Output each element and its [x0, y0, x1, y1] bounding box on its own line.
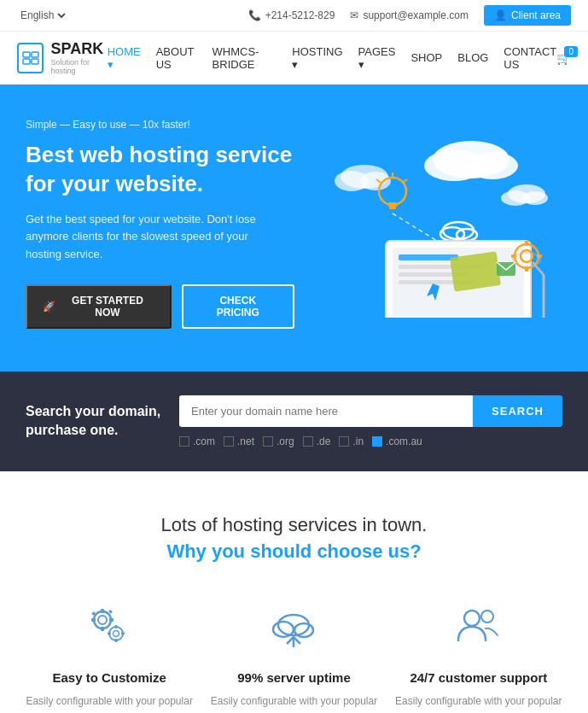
- hero-title: Best web hosting service for your websit…: [26, 141, 294, 199]
- rocket-icon: 🚀: [43, 301, 55, 313]
- domain-label: Search your domain, purchase one.: [26, 402, 162, 441]
- tld-comau-label: .com.au: [386, 435, 422, 447]
- cart-badge: 0: [564, 46, 578, 57]
- tld-org: .org: [263, 435, 294, 447]
- feature-uptime-icon-wrap: [264, 597, 323, 657]
- client-area-label: Client area: [511, 9, 561, 21]
- feature-support-desc: Easily configurable with your popular CM…: [395, 693, 562, 713]
- svg-rect-30: [450, 251, 501, 291]
- domain-search-section: Search your domain, purchase one. SEARCH…: [0, 371, 588, 471]
- tld-in-label: .in: [352, 435, 364, 447]
- email-info: ✉ support@example.com: [350, 9, 469, 21]
- svg-rect-0: [23, 52, 30, 57]
- svg-point-22: [457, 229, 477, 241]
- svg-rect-49: [91, 618, 96, 622]
- tld-org-label: .org: [277, 435, 294, 447]
- feature-customize-title: Easy to Customize: [26, 670, 193, 685]
- nav-whmcs[interactable]: WHMCS-BRIDGE: [212, 45, 277, 71]
- feature-uptime-desc: Easily configurable with your popular CM…: [210, 693, 377, 713]
- top-bar: English 📞 +214-5212-829 ✉ support@exampl…: [0, 0, 588, 32]
- svg-point-9: [360, 172, 391, 190]
- svg-point-53: [109, 627, 123, 640]
- features-subtitle-text: Why you should: [166, 541, 317, 562]
- nav-contact[interactable]: CONTACT US: [504, 45, 556, 71]
- domain-inner: Search your domain, purchase one. SEARCH…: [26, 395, 562, 447]
- tld-comau-checkbox[interactable]: [372, 436, 382, 447]
- svg-rect-36: [525, 241, 528, 246]
- tld-org-checkbox[interactable]: [263, 436, 273, 447]
- nav-blog[interactable]: BLOG: [457, 51, 488, 64]
- nav-hosting[interactable]: HOSTING ▾: [292, 45, 342, 71]
- svg-rect-50: [109, 618, 114, 622]
- client-area-button[interactable]: 👤 Client area: [484, 5, 571, 26]
- features-grid: Easy to Customize Easily configurable wi…: [26, 597, 562, 713]
- svg-point-13: [379, 178, 406, 205]
- phone-icon: 📞: [248, 9, 261, 21]
- feature-support-title: 24/7 customer support: [395, 670, 562, 685]
- user-icon: 👤: [494, 9, 507, 21]
- svg-rect-2: [23, 59, 30, 64]
- domain-tlds: .com .net .org .de .in: [179, 435, 562, 447]
- domain-search-button[interactable]: SEARCH: [473, 395, 562, 427]
- features-subtitle-highlight: choose us?: [317, 541, 421, 562]
- svg-rect-14: [388, 202, 397, 207]
- svg-rect-55: [115, 625, 118, 628]
- tld-comau: .com.au: [372, 435, 422, 447]
- domain-input[interactable]: [179, 395, 473, 427]
- logo-name: SPARK: [50, 40, 103, 57]
- check-pricing-button[interactable]: CHECK PRICING: [182, 284, 294, 329]
- cloud-upload-icon: [268, 601, 319, 652]
- domain-form: SEARCH .com .net .org .de: [179, 395, 562, 447]
- tld-de-checkbox[interactable]: [303, 436, 313, 447]
- tld-net-checkbox[interactable]: [224, 436, 234, 447]
- svg-rect-56: [115, 639, 118, 642]
- email-icon: ✉: [350, 9, 358, 21]
- email-address: support@example.com: [363, 9, 469, 21]
- svg-line-19: [393, 213, 437, 241]
- nav-icons: 🛒 0: [556, 51, 571, 65]
- language-selector[interactable]: English: [17, 9, 68, 22]
- logo-icon: [17, 43, 44, 73]
- nav-home[interactable]: HOME ▾: [108, 45, 141, 71]
- get-started-label: GET STARTED NOW: [61, 295, 154, 319]
- gears-icon: [84, 601, 135, 652]
- language-select[interactable]: English: [17, 9, 68, 22]
- logo[interactable]: SPARK Solution for hosting: [17, 40, 108, 75]
- nav-pages[interactable]: PAGES ▾: [358, 45, 396, 71]
- feature-uptime: 99% server uptime Easily configurable wi…: [210, 597, 377, 713]
- feature-customize-desc: Easily configurable with your popular CM…: [26, 693, 193, 713]
- svg-point-63: [464, 611, 480, 626]
- feature-support-icon-wrap: [449, 597, 509, 657]
- nav-about[interactable]: ABOUT US: [156, 45, 197, 71]
- svg-point-54: [114, 630, 119, 636]
- tld-com-checkbox[interactable]: [179, 436, 189, 447]
- check-pricing-label: CHECK PRICING: [217, 295, 259, 319]
- tld-de: .de: [303, 435, 331, 447]
- tld-de-label: .de: [317, 435, 331, 447]
- svg-point-61: [294, 623, 313, 637]
- svg-rect-3: [32, 59, 38, 64]
- tld-in-checkbox[interactable]: [339, 436, 349, 447]
- hero-tagline: Simple — Easy to use — 10x faster!: [26, 119, 294, 131]
- svg-point-60: [273, 622, 294, 637]
- hero-svg: [300, 130, 556, 318]
- features-title: Lots of hosting services in town.: [26, 514, 562, 536]
- feature-customize-icon-wrap: [79, 597, 139, 657]
- cart-button[interactable]: 🛒 0: [556, 51, 571, 65]
- svg-rect-1: [32, 52, 38, 57]
- tld-com-label: .com: [193, 435, 215, 447]
- nav-shop[interactable]: SHOP: [410, 51, 442, 64]
- svg-point-45: [94, 611, 111, 628]
- main-nav: SPARK Solution for hosting HOME ▾ ABOUT …: [0, 32, 588, 85]
- get-started-button[interactable]: 🚀 GET STARTED NOW: [26, 284, 172, 329]
- tld-com: .com: [179, 435, 215, 447]
- svg-rect-48: [101, 627, 104, 631]
- feature-customize: Easy to Customize Easily configurable wi…: [26, 597, 193, 713]
- logo-sub: Solution for hosting: [50, 58, 107, 75]
- svg-rect-26: [399, 254, 458, 260]
- nav-menu: HOME ▾ ABOUT US WHMCS-BRIDGE HOSTING ▾ P…: [108, 45, 556, 71]
- feature-support: 24/7 customer support Easily configurabl…: [395, 597, 562, 713]
- svg-point-46: [98, 616, 107, 624]
- svg-rect-57: [108, 632, 111, 634]
- svg-point-12: [522, 191, 548, 205]
